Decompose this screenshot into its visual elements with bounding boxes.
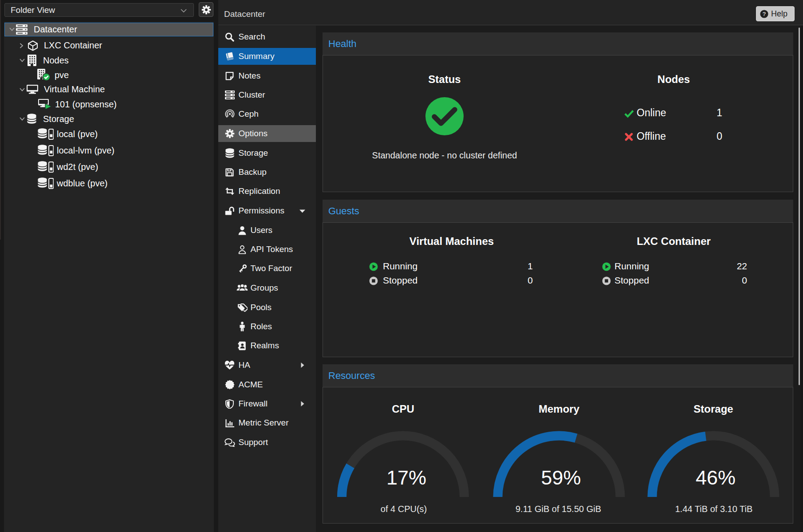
svg-text:?: ? <box>762 10 766 17</box>
